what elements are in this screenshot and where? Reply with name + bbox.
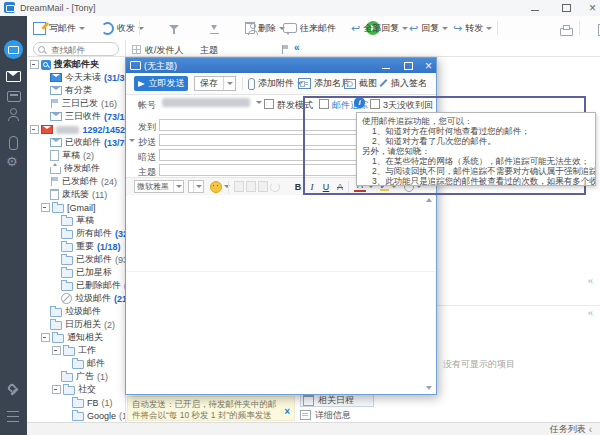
collapse-right-icon[interactable] xyxy=(588,308,593,318)
tree-item[interactable]: Google(1) xyxy=(27,409,125,422)
flag-column-icon[interactable] xyxy=(281,45,289,54)
settings-gear-icon[interactable] xyxy=(6,155,18,168)
message-body[interactable] xyxy=(127,195,435,393)
flagsent-icon xyxy=(50,177,59,186)
tree-item[interactable]: 1292/1452 xyxy=(27,123,125,136)
forward-button[interactable]: 转发 xyxy=(453,20,492,36)
tree-item[interactable]: 通知相关 xyxy=(27,331,125,344)
insert-signature-button[interactable]: 插入签名 xyxy=(378,76,427,91)
compose-maximize-button[interactable] xyxy=(400,60,418,72)
tree-item[interactable]: 今天未读(31/31) xyxy=(27,71,125,84)
collapse-pane-icon[interactable] xyxy=(294,42,300,53)
send-now-label: 立即发送 xyxy=(149,77,185,90)
scroll-down-icon[interactable] xyxy=(426,386,432,390)
expander-icon[interactable] xyxy=(52,346,61,355)
undo-icon[interactable] xyxy=(270,182,280,192)
tree-item[interactable]: 工作 xyxy=(27,344,125,357)
tree-item[interactable]: [Gmail] xyxy=(27,201,125,214)
clipboard-tools[interactable] xyxy=(234,180,280,193)
mail-badge-icon[interactable] xyxy=(4,40,23,59)
reply-button[interactable]: 回复 xyxy=(409,20,448,36)
tree-item[interactable]: 已发邮件(24) xyxy=(27,175,125,188)
minimize-button[interactable] xyxy=(527,2,545,14)
tree-item[interactable]: 重要(1/18) xyxy=(27,240,125,253)
mail-blue-icon xyxy=(50,73,62,82)
expander-icon[interactable] xyxy=(30,60,39,69)
hamburger-menu-icon[interactable] xyxy=(7,411,19,422)
screenshot-button[interactable]: 截图 xyxy=(344,76,377,91)
emoji-button[interactable] xyxy=(210,180,230,193)
close-notice-icon[interactable]: × xyxy=(284,406,290,417)
write-mail-button[interactable]: 写邮件 xyxy=(33,20,85,36)
add-card-button[interactable]: 添加名片 xyxy=(298,76,350,91)
tree-item[interactable]: 邮件 xyxy=(27,357,125,370)
font-size-select[interactable] xyxy=(188,180,204,193)
cut-icon[interactable] xyxy=(258,181,268,192)
column-subject[interactable]: 主题 xyxy=(200,44,218,57)
mass-mode-checkbox[interactable] xyxy=(264,99,274,109)
tree-item[interactable]: 社交 xyxy=(27,383,125,396)
tree-item[interactable]: 日历相关(2) xyxy=(27,318,125,331)
compose-minimize-button[interactable] xyxy=(378,60,396,72)
column-from-to[interactable]: 收/发件人 xyxy=(145,44,184,57)
save-button[interactable]: 保存 xyxy=(194,76,236,91)
copy-icon[interactable] xyxy=(246,181,256,192)
details-button[interactable]: 详细信息 xyxy=(300,409,440,421)
tree-item[interactable]: FB(1) xyxy=(27,396,125,409)
folder-label: 已删除邮件 xyxy=(76,279,121,292)
paste-icon[interactable] xyxy=(234,181,244,192)
attachments-nav-icon[interactable] xyxy=(9,136,18,150)
close-button[interactable] xyxy=(584,2,600,14)
expander-icon[interactable] xyxy=(30,125,39,134)
add-attachment-button[interactable]: 添加附件 xyxy=(248,76,303,91)
tree-item[interactable]: 已收邮件(13/705) xyxy=(27,136,125,149)
collapse-right-icon[interactable] xyxy=(588,276,593,286)
tree-item[interactable]: 有分类 xyxy=(27,84,125,97)
tree-item[interactable]: 三日收件(73/106) xyxy=(27,110,125,123)
tree-item[interactable]: 广告(1) xyxy=(27,370,125,383)
tree-item[interactable]: 垃圾邮件 xyxy=(27,305,125,318)
tree-item[interactable]: 待发邮件 xyxy=(27,162,125,175)
mail-nav-icon[interactable] xyxy=(6,71,21,82)
tracking-tooltip: 使用邮件追踪功能，您可以：1、知道对方在何时何地查看过您的邮件；2、知道对方看了… xyxy=(356,112,596,186)
tree-item[interactable]: 草稿(2) xyxy=(27,149,125,162)
tree-item[interactable]: 草稿 xyxy=(27,214,125,227)
contacts-nav-icon[interactable] xyxy=(7,108,20,120)
expander-icon[interactable] xyxy=(41,333,50,342)
account-dropdown-icon[interactable] xyxy=(256,101,262,104)
tree-item[interactable]: 所有邮件(32/296) xyxy=(27,227,125,240)
tools-wrench-icon[interactable] xyxy=(7,384,20,397)
search-input[interactable] xyxy=(49,43,117,57)
tree-item[interactable]: 搜索邮件夹 xyxy=(27,58,125,71)
expander-icon[interactable] xyxy=(41,203,50,212)
tree-item[interactable]: 垃圾邮件(215/377) xyxy=(27,292,125,305)
archive-icon[interactable] xyxy=(210,24,219,34)
expander-icon[interactable] xyxy=(52,385,61,394)
print-icon[interactable] xyxy=(560,28,573,36)
separator xyxy=(139,21,140,35)
send-now-button[interactable]: 立即发送 xyxy=(134,76,188,91)
tree-item[interactable]: 三日已发(16) xyxy=(27,97,125,110)
delete-button[interactable]: 删除 xyxy=(245,20,285,36)
search-box[interactable] xyxy=(33,42,119,56)
grid-column-icon[interactable] xyxy=(132,45,141,54)
compose-title-bar[interactable]: (无主题) xyxy=(126,58,436,73)
scroll-up-icon[interactable] xyxy=(426,198,432,202)
tree-item[interactable]: 废纸篓(11) xyxy=(27,188,125,201)
reply-label: 回复 xyxy=(421,22,439,35)
account-value-redacted[interactable] xyxy=(162,98,250,107)
tree-item[interactable]: 已发邮件(93) xyxy=(27,253,125,266)
compose-close-button[interactable] xyxy=(420,60,438,72)
filter-icon[interactable] xyxy=(169,24,179,34)
send-receive-button[interactable]: 收发 xyxy=(101,20,144,36)
font-family-select[interactable]: 微软雅黑 xyxy=(134,180,184,193)
calendar-nav-icon[interactable] xyxy=(7,91,21,102)
related-schedule-button[interactable]: 相关日程 xyxy=(300,393,374,407)
save-dropdown[interactable] xyxy=(223,77,235,90)
task-list-button[interactable]: 任务列表 xyxy=(550,423,586,435)
reply-all-button[interactable]: 全部回复 xyxy=(351,20,408,36)
maximize-button[interactable] xyxy=(558,2,576,14)
tree-item[interactable]: 已删除邮件(68/159) xyxy=(27,279,125,292)
tree-item[interactable]: 已加星标 xyxy=(27,266,125,279)
correspondence-button[interactable]: 往来邮件 xyxy=(283,20,336,36)
